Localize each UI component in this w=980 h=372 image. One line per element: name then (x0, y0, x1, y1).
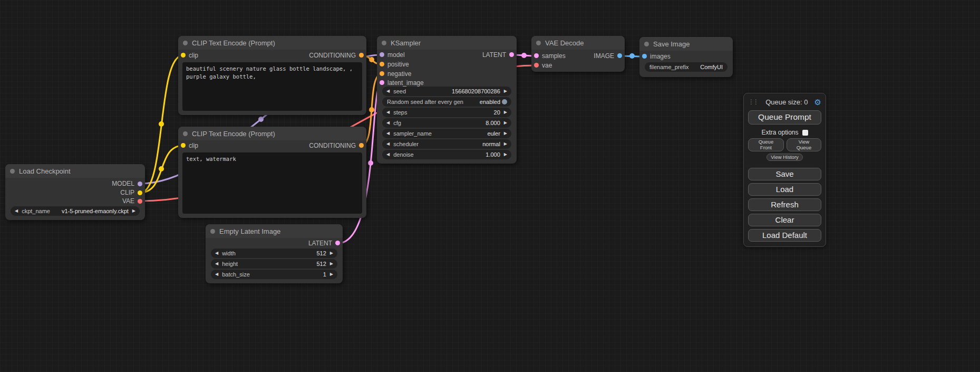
port-latent-image-input[interactable] (380, 80, 384, 85)
increment-arrow-icon[interactable]: ▶ (330, 259, 333, 269)
output-label-model: MODEL (112, 180, 134, 187)
widget-height[interactable]: ◀ height 512 ▶ (211, 259, 337, 269)
next-arrow-icon[interactable]: ▶ (504, 129, 507, 138)
next-arrow-icon[interactable]: ▶ (132, 206, 135, 216)
port-vae-output[interactable] (138, 199, 142, 204)
node-empty-latent-image[interactable]: Empty Latent Image LATENT ◀ width 512 ▶ … (206, 224, 343, 283)
widget-denoise[interactable]: ◀ denoise 1.000 ▶ (382, 150, 511, 159)
port-latent-output[interactable] (509, 52, 514, 57)
widget-value: ComfyUI (700, 64, 723, 70)
widget-cfg[interactable]: ◀ cfg 8.000 ▶ (382, 118, 511, 128)
collapse-dot-icon[interactable] (183, 131, 188, 136)
prev-arrow-icon[interactable]: ◀ (386, 139, 390, 149)
port-model-input[interactable] (380, 52, 384, 57)
extra-options-checkbox[interactable] (802, 130, 808, 136)
widget-seed[interactable]: ◀ seed 156680208700286 ▶ (382, 87, 511, 96)
input-label-positive: positive (387, 61, 409, 68)
decrement-arrow-icon[interactable]: ◀ (386, 150, 390, 159)
port-conditioning-output[interactable] (359, 143, 364, 148)
increment-arrow-icon[interactable]: ▶ (504, 150, 507, 159)
port-samples-input[interactable] (534, 53, 539, 58)
prompt-textarea[interactable]: beautiful scenery nature glass bottle la… (182, 62, 362, 111)
port-negative-input[interactable] (380, 71, 384, 76)
widget-scheduler[interactable]: ◀ scheduler normal ▶ (382, 139, 511, 149)
collapse-dot-icon[interactable] (210, 229, 215, 234)
prev-arrow-icon[interactable]: ◀ (386, 129, 390, 138)
queue-prompt-button[interactable]: Queue Prompt (748, 110, 821, 125)
decrement-arrow-icon[interactable]: ◀ (386, 118, 390, 128)
link-midpoint-dot (369, 57, 374, 62)
node-vae-decode[interactable]: VAE Decode samples vae IMAGE (531, 36, 625, 72)
node-title-bar[interactable]: CLIP Text Encode (Prompt) (178, 36, 366, 50)
next-arrow-icon[interactable]: ▶ (504, 139, 507, 149)
widget-width[interactable]: ◀ width 512 ▶ (211, 249, 337, 258)
increment-arrow-icon[interactable]: ▶ (330, 249, 333, 258)
load-button[interactable]: Load (748, 183, 821, 196)
increment-arrow-icon[interactable]: ▶ (504, 87, 507, 96)
drag-handle-icon[interactable]: ⋮⋮ (748, 98, 759, 106)
node-title-bar[interactable]: VAE Decode (531, 36, 625, 50)
widget-random-seed-toggle[interactable]: Random seed after every gen enabled (382, 97, 511, 107)
link-midpoint-dot (521, 53, 527, 58)
toggle-dot-icon[interactable] (502, 99, 507, 104)
node-save-image[interactable]: Save Image images filename_prefix ComfyU… (639, 37, 733, 77)
node-load-checkpoint[interactable]: Load Checkpoint MODEL CLIP VAE ◀ ckpt_na… (5, 164, 145, 220)
port-image-output[interactable] (617, 53, 622, 58)
save-button[interactable]: Save (748, 168, 821, 180)
port-clip-output[interactable] (138, 190, 142, 195)
collapse-dot-icon[interactable] (536, 41, 541, 45)
decrement-arrow-icon[interactable]: ◀ (215, 270, 218, 279)
node-title-bar[interactable]: KSampler (377, 36, 517, 50)
increment-arrow-icon[interactable]: ▶ (504, 118, 507, 128)
prev-arrow-icon[interactable]: ◀ (15, 206, 18, 216)
output-label-conditioning: CONDITIONING (309, 142, 356, 149)
port-vae-input[interactable] (534, 63, 539, 68)
collapse-dot-icon[interactable] (644, 42, 649, 46)
link-midpoint-dot (369, 107, 374, 112)
port-conditioning-output[interactable] (359, 53, 364, 58)
port-latent-output[interactable] (335, 241, 340, 245)
queue-front-button[interactable]: Queue Front (748, 138, 784, 151)
clear-button[interactable]: Clear (748, 214, 821, 226)
port-clip-input[interactable] (181, 143, 186, 148)
decrement-arrow-icon[interactable]: ◀ (386, 108, 390, 117)
refresh-button[interactable]: Refresh (748, 198, 821, 211)
load-default-button[interactable]: Load Default (748, 229, 821, 242)
node-title-bar[interactable]: Save Image (639, 37, 733, 51)
port-model-output[interactable] (138, 182, 142, 186)
node-clip-text-encode-positive[interactable]: CLIP Text Encode (Prompt) clip CONDITION… (178, 36, 366, 115)
widget-value: 8.000 (486, 120, 500, 126)
node-graph-canvas[interactable]: Load Checkpoint MODEL CLIP VAE ◀ ckpt_na… (0, 0, 980, 372)
widget-batch-size[interactable]: ◀ batch_size 1 ▶ (211, 270, 337, 279)
node-ksampler[interactable]: KSampler model positive negative latent_… (377, 36, 517, 164)
view-queue-button[interactable]: View Queue (787, 138, 821, 151)
port-positive-input[interactable] (380, 62, 384, 66)
widget-steps[interactable]: ◀ steps 20 ▶ (382, 108, 511, 117)
widget-filename-prefix[interactable]: filename_prefix ComfyUI (645, 62, 727, 72)
increment-arrow-icon[interactable]: ▶ (504, 108, 507, 117)
widget-label: seed (393, 88, 406, 94)
port-images-input[interactable] (642, 54, 647, 59)
node-title-bar[interactable]: Empty Latent Image (206, 224, 343, 238)
collapse-dot-icon[interactable] (183, 41, 188, 45)
node-clip-text-encode-negative[interactable]: CLIP Text Encode (Prompt) clip CONDITION… (178, 127, 366, 218)
widget-ckpt-name[interactable]: ◀ ckpt_name v1-5-pruned-emaonly.ckpt ▶ (11, 206, 140, 216)
increment-arrow-icon[interactable]: ▶ (330, 270, 333, 279)
node-title-bar[interactable]: CLIP Text Encode (Prompt) (178, 127, 366, 140)
output-label-vae: VAE (122, 197, 134, 205)
decrement-arrow-icon[interactable]: ◀ (386, 87, 390, 96)
node-title-bar[interactable]: Load Checkpoint (5, 164, 145, 178)
node-title: CLIP Text Encode (Prompt) (192, 130, 275, 138)
widget-sampler-name[interactable]: ◀ sampler_name euler ▶ (382, 129, 511, 138)
link-midpoint-dot (368, 160, 373, 166)
prompt-textarea[interactable]: text, watermark (182, 152, 362, 214)
view-history-button[interactable]: View History (766, 154, 803, 161)
decrement-arrow-icon[interactable]: ◀ (215, 259, 218, 269)
widget-label: denoise (393, 151, 414, 158)
collapse-dot-icon[interactable] (382, 41, 386, 45)
settings-gear-icon[interactable]: ⚙ (814, 98, 821, 106)
port-clip-input[interactable] (181, 53, 186, 58)
widget-value: euler (487, 130, 500, 137)
collapse-dot-icon[interactable] (10, 169, 15, 174)
decrement-arrow-icon[interactable]: ◀ (215, 249, 218, 258)
